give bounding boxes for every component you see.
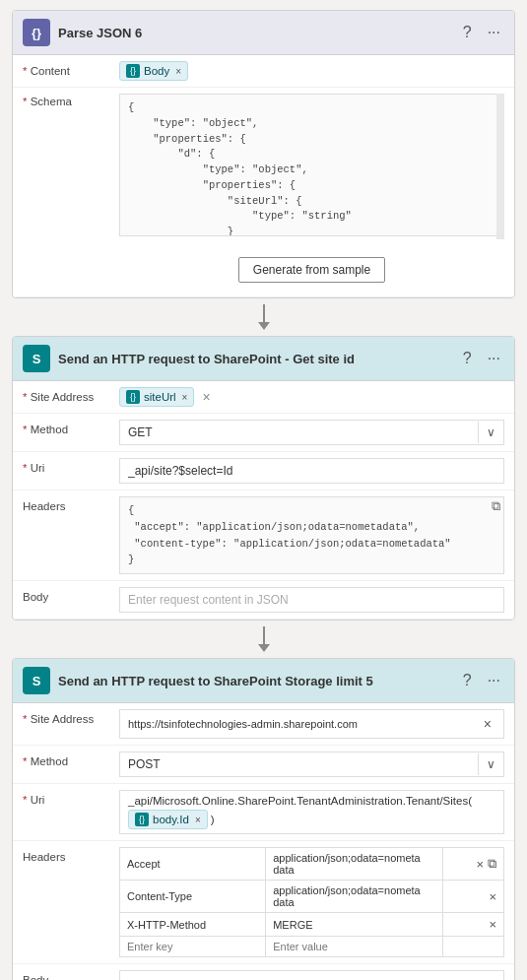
body-field-3[interactable]: { "StorageMaximumLevel": {} Max Storage … <box>119 970 504 980</box>
header-act-x-http: × <box>442 913 503 937</box>
body-input[interactable] <box>119 587 504 613</box>
http-site-id-body: * Site Address {} siteUrl × × * Method G… <box>13 381 514 620</box>
schema-textarea[interactable]: { "type": "object", "properties": { "d":… <box>119 94 504 236</box>
card2-actions: ? ··· <box>459 348 504 369</box>
arrow-head-1 <box>258 322 270 330</box>
http-storage-title: Send an HTTP request to SharePoint Stora… <box>58 674 451 688</box>
card-http-storage-header: S Send an HTTP request to SharePoint Sto… <box>13 659 514 703</box>
site-address-label: * Site Address <box>23 387 111 403</box>
header-key-x-http: X-HTTP-Method <box>120 913 266 937</box>
card-parse-json-header: {} Parse JSON 6 ? ··· <box>13 11 514 55</box>
header-key-accept: Accept <box>120 848 266 881</box>
help-button[interactable]: ? <box>459 22 476 43</box>
card-http-site-id: S Send an HTTP request to SharePoint - G… <box>12 336 515 621</box>
help-button-2[interactable]: ? <box>459 348 476 369</box>
body-id-tag-label: body.Id <box>153 814 189 825</box>
clear-site-address-3[interactable]: × <box>480 714 495 734</box>
method-dropdown[interactable]: GET ∨ <box>119 420 504 445</box>
method-dropdown-value: GET <box>120 421 478 444</box>
header-key-input[interactable] <box>127 941 258 952</box>
method-dropdown-arrow-3: ∨ <box>478 753 503 775</box>
method-value: GET ∨ <box>119 420 504 445</box>
clear-site-address-button[interactable]: × <box>198 387 214 407</box>
body-tag-label: Body <box>144 65 169 77</box>
body-row-3: Body { "StorageMaximumLevel": {} Max Sto… <box>13 964 514 980</box>
headers-row-3: Headers Accept application/json;odata=no… <box>13 841 514 964</box>
header-val-empty <box>266 937 442 957</box>
siteurl-tag-close[interactable]: × <box>182 392 188 403</box>
parse-json-title: Parse JSON 6 <box>58 26 451 40</box>
header-act-empty <box>442 937 503 957</box>
body-line-1: { "StorageMaximumLevel": {} Max Storage … <box>128 976 495 980</box>
body-tag-close[interactable]: × <box>175 66 181 77</box>
generate-from-sample-button[interactable]: Generate from sample <box>238 257 385 283</box>
body-id-tag-close[interactable]: × <box>195 815 201 825</box>
uri-row-3: * Uri _api/Microsoft.Online.SharePoint.T… <box>13 784 514 841</box>
uri-input[interactable] <box>119 458 504 484</box>
header-act-accept: × ⧉ <box>442 848 503 881</box>
headers-value: { "accept": "application/json;odata=nome… <box>119 496 504 574</box>
uri-value-3: _api/Microsoft.Online.SharePoint.TenantA… <box>119 790 504 834</box>
method-label: * Method <box>23 420 111 435</box>
site-address-row-3: * Site Address https://tsinfotechnologie… <box>13 703 514 746</box>
uri-label-3: * Uri <box>23 790 111 806</box>
body-label: Body <box>23 587 111 603</box>
method-row: * Method GET ∨ <box>13 414 514 452</box>
method-dropdown-3[interactable]: POST ∨ <box>119 751 504 777</box>
headers-line-4: } <box>128 552 495 568</box>
more-button-2[interactable]: ··· <box>484 348 504 369</box>
card-http-site-id-header: S Send an HTTP request to SharePoint - G… <box>13 337 514 381</box>
headers-line-3: "content-type": "application/json;odata=… <box>128 536 495 553</box>
site-address-value: {} siteUrl × × <box>119 387 504 407</box>
headers-line-1: { <box>128 502 495 519</box>
headers-label: Headers <box>23 496 111 512</box>
help-button-3[interactable]: ? <box>459 670 476 691</box>
uri-label: * Uri <box>23 458 111 474</box>
siteurl-tag-icon: {} <box>126 390 140 404</box>
header-val-content-type: application/json;odata=nometadata <box>266 881 442 913</box>
more-button-3[interactable]: ··· <box>484 670 504 691</box>
body-id-tag: {} body.Id × <box>128 810 208 829</box>
header-key-content-type: Content-Type <box>120 881 266 913</box>
content-label: * Content <box>23 61 111 77</box>
uri-suffix: ) <box>211 814 215 825</box>
parse-json-icon: {} <box>23 19 50 46</box>
delete-accept-btn[interactable]: × <box>476 857 484 872</box>
method-dropdown-arrow: ∨ <box>478 422 503 443</box>
arrow-line-1 <box>263 304 265 322</box>
body-row: Body <box>13 581 514 620</box>
sharepoint-icon-1: S <box>23 345 50 372</box>
site-address-label-3: * Site Address <box>23 709 111 725</box>
sharepoint-icon-2: S <box>23 667 50 694</box>
copy-headers-button[interactable]: ⧉ <box>488 496 504 516</box>
header-val-input[interactable] <box>273 941 434 952</box>
header-val-accept: application/json;odata=nometadata <box>266 848 442 881</box>
headers-row: Headers { "accept": "application/json;od… <box>13 490 514 581</box>
copy-accept-btn[interactable]: ⧉ <box>488 856 496 872</box>
http-site-id-title: Send an HTTP request to SharePoint - Get… <box>58 352 451 366</box>
connector-arrow-2 <box>258 621 270 658</box>
header-row-accept: Accept application/json;odata=nometadata… <box>120 848 504 881</box>
delete-x-http-btn[interactable]: × <box>489 917 496 932</box>
header-act-content-type: × <box>442 881 503 913</box>
body-value-3: { "StorageMaximumLevel": {} Max Storage … <box>119 970 504 980</box>
header-row-x-http: X-HTTP-Method MERGE × <box>120 913 504 937</box>
siteurl-tag: {} siteUrl × <box>119 387 194 407</box>
header-row-empty <box>120 937 504 957</box>
method-row-3: * Method POST ∨ <box>13 746 514 784</box>
header-row-content-type: Content-Type application/json;odata=nome… <box>120 881 504 913</box>
body-label-3: Body <box>23 970 111 980</box>
more-button[interactable]: ··· <box>484 22 504 43</box>
headers-box: { "accept": "application/json;odata=nome… <box>119 496 504 574</box>
body-tag-icon: {} <box>126 64 140 78</box>
parse-json-body: * Content {} Body × * Schema <box>13 55 514 297</box>
uri-field-3[interactable]: _api/Microsoft.Online.SharePoint.TenantA… <box>119 790 504 834</box>
delete-content-type-btn[interactable]: × <box>489 889 496 904</box>
uri-prefix: _api/Microsoft.Online.SharePoint.TenantA… <box>128 795 472 807</box>
http-storage-body: * Site Address https://tsinfotechnologie… <box>13 703 514 980</box>
header-key-empty <box>120 937 266 957</box>
page-container: {} Parse JSON 6 ? ··· * Content {} Body … <box>0 0 527 980</box>
schema-label: * Schema <box>23 94 111 107</box>
headers-label-3: Headers <box>23 847 111 863</box>
content-field-row: * Content {} Body × <box>13 55 514 88</box>
